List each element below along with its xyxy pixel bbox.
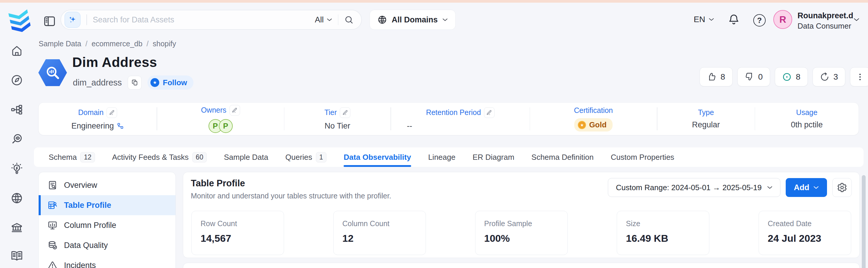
tab-activity-feeds[interactable]: Activity Feeds & Tasks60 (112, 147, 207, 167)
table-profile-icon (48, 200, 58, 210)
search-scope-label: All (315, 15, 323, 25)
divider (86, 14, 87, 25)
downvote-button[interactable]: 0 (737, 67, 770, 87)
size-card: Size 16.49 KB (617, 211, 709, 255)
help-icon[interactable]: ? (753, 14, 766, 27)
tab-queries[interactable]: Queries1 (285, 147, 327, 167)
subdomain-icon (117, 122, 124, 129)
sidebar-toggle-icon[interactable] (43, 15, 56, 27)
card-label: Profile Sample (484, 220, 559, 228)
profiler-nav-data-quality[interactable]: Data Quality (39, 235, 176, 255)
gear-icon (837, 182, 847, 193)
card-value: 16.49 KB (626, 233, 700, 244)
nav-rail (0, 3, 34, 268)
card-value: 100% (484, 233, 559, 244)
upvote-button[interactable]: 8 (700, 67, 733, 87)
profiler-nav-overview[interactable]: Overview (39, 175, 176, 195)
page-title: Dim Address (72, 54, 157, 70)
tab-schema[interactable]: Schema12 (49, 147, 95, 167)
tier-value: No Tier (324, 122, 350, 131)
breadcrumb-item[interactable]: Sample Data (39, 39, 82, 48)
breadcrumb-item[interactable]: ecommerce_db (91, 39, 142, 48)
owner-avatar[interactable]: P (219, 119, 233, 133)
language-dropdown[interactable]: EN (694, 15, 714, 24)
user-name: Rounakpreet.d (798, 11, 853, 20)
quality-score-count: 8 (796, 72, 801, 82)
type-value: Regular (692, 120, 720, 129)
nav-govern-icon[interactable] (11, 222, 23, 234)
profiler-nav-column-profile[interactable]: Column Profile (39, 215, 176, 235)
tab-sample-data[interactable]: Sample Data (224, 147, 268, 167)
profiler-side-panel: Overview Table Profile Column Profile Da… (38, 172, 176, 268)
notifications-bell-icon[interactable] (728, 13, 740, 27)
info-usage: Usage 0th pctile (755, 103, 859, 135)
date-range-dropdown[interactable]: Custom Range: 2024-05-01 → 2025-05-19 (608, 178, 780, 197)
downvote-count: 0 (758, 72, 763, 82)
tab-count: 1 (316, 152, 327, 163)
breadcrumb-separator: / (86, 39, 88, 48)
star-icon: ★ (150, 78, 159, 87)
medal-icon: ★ (578, 121, 586, 129)
nav-observability-icon[interactable] (11, 133, 23, 145)
profiler-nav-incidents[interactable]: Incidents (39, 255, 176, 268)
nav-explore-icon[interactable] (11, 74, 23, 87)
profiler-settings-button[interactable] (832, 178, 852, 197)
quality-score-button[interactable]: 8 (775, 67, 808, 87)
all-domains-dropdown[interactable]: All Domains (370, 10, 456, 30)
search-scope-dropdown[interactable]: All (315, 15, 332, 25)
copy-icon[interactable] (128, 76, 142, 90)
ai-sparkle-icon[interactable] (65, 12, 81, 28)
search-input[interactable] (93, 15, 315, 25)
entity-tabs: Schema12 Activity Feeds & Tasks60 Sample… (34, 147, 864, 167)
usage-value: 0th pctile (791, 120, 823, 129)
user-menu-chevron-icon[interactable] (854, 18, 860, 22)
app-logo[interactable] (8, 7, 32, 34)
language-label: EN (694, 15, 705, 24)
top-accent-strip (0, 0, 868, 3)
user-avatar[interactable]: R (773, 10, 792, 29)
profile-sample-card: Profile Sample 100% (475, 211, 568, 255)
app-root: All All Domains EN ? R Rounakpreet.d Dat… (0, 0, 868, 268)
tab-count: 60 (192, 152, 207, 163)
version-history-icon (820, 72, 829, 82)
tab-er-diagram[interactable]: ER Diagram (472, 147, 515, 167)
kebab-menu-icon (856, 72, 864, 81)
entity-name: dim_address (73, 78, 122, 88)
follow-button[interactable]: ★ Follow (148, 75, 193, 90)
breadcrumb-item[interactable]: shopify (153, 39, 176, 48)
tab-data-observability[interactable]: Data Observability (344, 147, 411, 167)
user-menu[interactable]: Rounakpreet.d Data Consumer (798, 11, 853, 31)
info-tier: Tier No Tier (284, 103, 391, 135)
edit-tier-icon[interactable] (340, 107, 350, 118)
info-retention: Retention Period -- (391, 103, 530, 135)
nav-glossary-icon[interactable] (11, 250, 23, 262)
edit-domain-icon[interactable] (106, 107, 117, 118)
tab-count: 12 (80, 152, 95, 163)
domain-value[interactable]: Engineering (71, 122, 114, 131)
nav-home-icon[interactable] (11, 44, 23, 57)
versions-button[interactable]: 3 (812, 67, 845, 87)
breadcrumb: Sample Data / ecommerce_db / shopify (39, 39, 176, 48)
tab-lineage[interactable]: Lineage (428, 147, 456, 167)
certification-badge: ★ Gold (574, 118, 612, 132)
profiler-nav-table-profile[interactable]: Table Profile (39, 195, 176, 215)
search-icon[interactable] (344, 15, 353, 25)
retention-value: -- (407, 122, 412, 131)
date-range-label: Custom Range: 2024-05-01 → 2025-05-19 (616, 183, 762, 192)
next-section-card (183, 263, 860, 268)
tab-schema-definition[interactable]: Schema Definition (531, 147, 594, 167)
vertical-scrollbar[interactable] (862, 175, 866, 268)
nav-domains-icon[interactable] (11, 192, 23, 204)
certification-value: Gold (589, 120, 607, 129)
type-label: Type (698, 108, 714, 117)
nav-insights-icon[interactable] (11, 163, 23, 175)
upvote-count: 8 (720, 72, 725, 82)
add-button[interactable]: Add (786, 178, 827, 197)
nav-platform-icon[interactable] (11, 103, 23, 116)
section-subtitle: Monitor and understand your tables struc… (191, 192, 392, 200)
edit-owners-icon[interactable] (229, 105, 240, 115)
edit-retention-icon[interactable] (484, 107, 495, 118)
card-value: 24 Jul 2023 (768, 233, 842, 244)
tab-custom-properties[interactable]: Custom Properties (611, 147, 674, 167)
more-options-button[interactable] (850, 67, 868, 87)
